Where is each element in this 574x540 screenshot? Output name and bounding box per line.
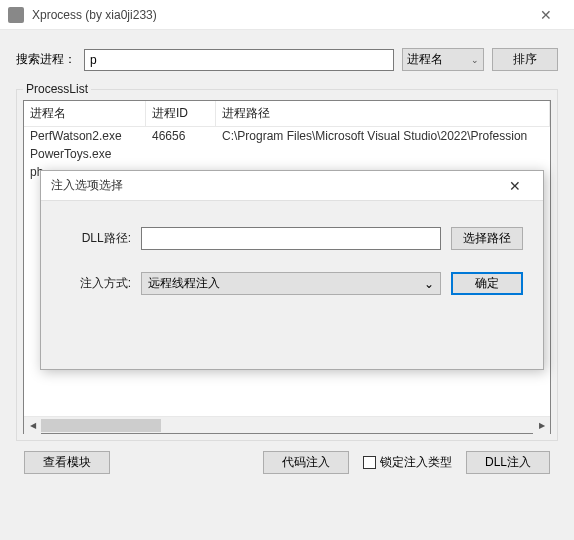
chevron-down-icon: ⌄ [471, 55, 479, 65]
col-header-id[interactable]: 进程ID [146, 101, 216, 126]
scroll-track[interactable] [41, 417, 533, 434]
dll-path-label: DLL路径: [61, 230, 131, 247]
inject-method-value: 远程线程注入 [148, 275, 220, 292]
inject-options-dialog: 注入选项选择 ✕ DLL路径: 选择路径 注入方式: 远程线程注入 ⌄ 确定 [40, 170, 544, 370]
lock-type-checkbox[interactable]: 锁定注入类型 [363, 454, 452, 471]
col-header-name[interactable]: 进程名 [24, 101, 146, 126]
search-input[interactable] [84, 49, 394, 71]
dialog-titlebar: 注入选项选择 ✕ [41, 171, 543, 201]
dll-path-input[interactable] [141, 227, 441, 250]
dialog-close-icon[interactable]: ✕ [497, 178, 533, 194]
search-row: 搜索进程： 进程名 ⌄ 排序 [16, 48, 558, 71]
checkbox-box [363, 456, 376, 469]
inject-method-label: 注入方式: [61, 275, 131, 292]
app-icon [8, 7, 24, 23]
dialog-body: DLL路径: 选择路径 注入方式: 远程线程注入 ⌄ 确定 [41, 201, 543, 343]
view-modules-button[interactable]: 查看模块 [24, 451, 110, 474]
table-row[interactable]: PerfWatson2.exe 46656 C:\Program Files\M… [24, 127, 550, 145]
filter-combo[interactable]: 进程名 ⌄ [402, 48, 484, 71]
chevron-down-icon: ⌄ [424, 277, 434, 291]
inject-method-combo[interactable]: 远程线程注入 ⌄ [141, 272, 441, 295]
bottom-toolbar: 查看模块 代码注入 锁定注入类型 DLL注入 [16, 451, 558, 474]
filter-combo-label: 进程名 [407, 51, 443, 68]
browse-button[interactable]: 选择路径 [451, 227, 523, 250]
window-title: Xprocess (by xia0ji233) [32, 8, 526, 22]
sort-button[interactable]: 排序 [492, 48, 558, 71]
scroll-thumb[interactable] [41, 419, 161, 432]
list-header: 进程名 进程ID 进程路径 [24, 101, 550, 127]
checkbox-label: 锁定注入类型 [380, 454, 452, 471]
dialog-title: 注入选项选择 [51, 177, 497, 194]
code-inject-button[interactable]: 代码注入 [263, 451, 349, 474]
dll-inject-button[interactable]: DLL注入 [466, 451, 550, 474]
search-label: 搜索进程： [16, 51, 76, 68]
confirm-button[interactable]: 确定 [451, 272, 523, 295]
horizontal-scrollbar[interactable]: ◀ ▶ [24, 416, 550, 433]
col-header-path[interactable]: 进程路径 [216, 101, 550, 126]
scroll-left-icon[interactable]: ◀ [24, 417, 41, 434]
table-row[interactable]: PowerToys.exe [24, 145, 550, 163]
dll-path-row: DLL路径: 选择路径 [61, 227, 523, 250]
scroll-right-icon[interactable]: ▶ [533, 417, 550, 434]
titlebar: Xprocess (by xia0ji233) ✕ [0, 0, 574, 30]
group-label: ProcessList [23, 82, 91, 96]
close-icon[interactable]: ✕ [526, 7, 566, 23]
inject-method-row: 注入方式: 远程线程注入 ⌄ 确定 [61, 272, 523, 295]
